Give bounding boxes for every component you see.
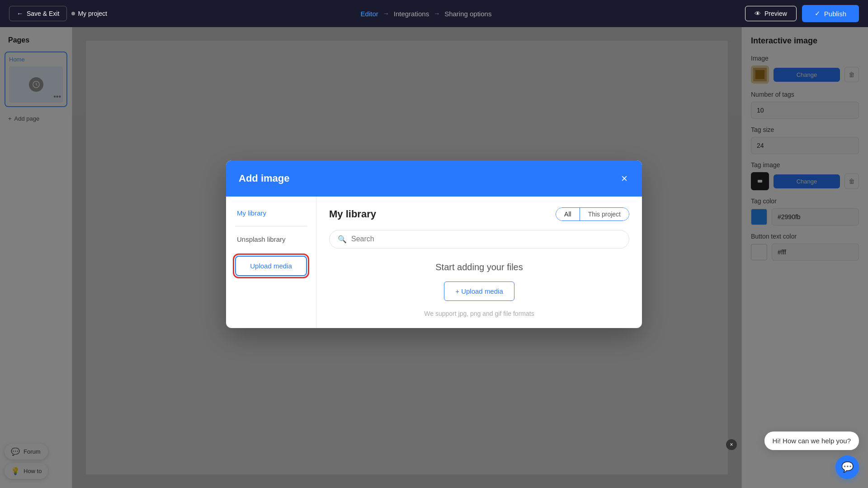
preview-button[interactable]: 👁 Preview — [745, 6, 797, 21]
editor-nav-link[interactable]: Editor — [361, 10, 378, 18]
empty-state-title: Start adding your files — [435, 262, 523, 272]
save-exit-button[interactable]: ← Save & Exit — [9, 6, 67, 21]
my-library-nav-item[interactable]: My library — [235, 206, 307, 221]
messenger-icon: 💬 — [841, 461, 854, 473]
filter-all-button[interactable]: All — [556, 208, 580, 221]
modal-content-title: My library — [329, 208, 376, 220]
support-text: We support jpg, png and gif file formats — [424, 310, 534, 317]
unsplash-library-nav-item[interactable]: Unsplash library — [235, 232, 307, 247]
check-icon: ✓ — [815, 9, 821, 18]
navbar-right: 👁 Preview ✓ Publish — [745, 5, 859, 22]
save-exit-label: Save & Exit — [27, 10, 59, 17]
chat-message: Hi! How can we help you? — [773, 437, 851, 445]
navbar: ← Save & Exit My project Editor → Integr… — [0, 0, 868, 27]
search-bar: 🔍 — [329, 230, 629, 249]
arrow-right-icon-1: → — [383, 10, 389, 17]
filter-buttons: All This project — [556, 207, 629, 221]
modal-overlay[interactable]: Add image × My library Unsplash library … — [0, 0, 868, 488]
arrow-left-icon: ← — [17, 10, 23, 17]
modal-body: My library Unsplash library Upload media… — [226, 197, 642, 328]
navbar-center: Editor → Integrations → Sharing options — [361, 10, 492, 18]
integrations-nav-link[interactable]: Integrations — [394, 10, 429, 18]
modal-close-button[interactable]: × — [619, 171, 629, 186]
eye-icon: 👁 — [755, 10, 761, 17]
modal-nav-sidebar: My library Unsplash library Upload media — [226, 197, 316, 328]
filter-this-project-button[interactable]: This project — [580, 208, 629, 221]
upload-media-content-button[interactable]: + Upload media — [444, 282, 514, 301]
modal-main-content: My library All This project 🔍 Start addi… — [316, 197, 642, 328]
dot-icon — [71, 12, 75, 15]
empty-state: Start adding your files + Upload media W… — [329, 262, 629, 317]
nav-divider — [235, 226, 307, 226]
navbar-left: ← Save & Exit My project — [9, 6, 107, 21]
search-icon: 🔍 — [338, 235, 347, 244]
publish-label: Publish — [824, 10, 846, 18]
modal-title: Add image — [239, 173, 289, 184]
search-input[interactable] — [351, 235, 621, 243]
modal-header: Add image × — [226, 160, 642, 197]
publish-button[interactable]: ✓ Publish — [802, 5, 859, 22]
chat-tooltip: Hi! How can we help you? — [764, 432, 859, 450]
chat-close-button[interactable]: × — [726, 439, 737, 450]
upload-media-sidebar-button[interactable]: Upload media — [235, 256, 307, 276]
preview-label: Preview — [764, 10, 787, 17]
sharing-options-nav-link[interactable]: Sharing options — [444, 10, 491, 18]
add-image-modal: Add image × My library Unsplash library … — [226, 160, 642, 328]
modal-content-header: My library All This project — [329, 207, 629, 221]
project-name-indicator: My project — [71, 10, 107, 17]
project-name-text: My project — [78, 10, 107, 17]
arrow-right-icon-2: → — [434, 10, 440, 17]
chat-bubble-button[interactable]: 💬 — [835, 455, 859, 479]
